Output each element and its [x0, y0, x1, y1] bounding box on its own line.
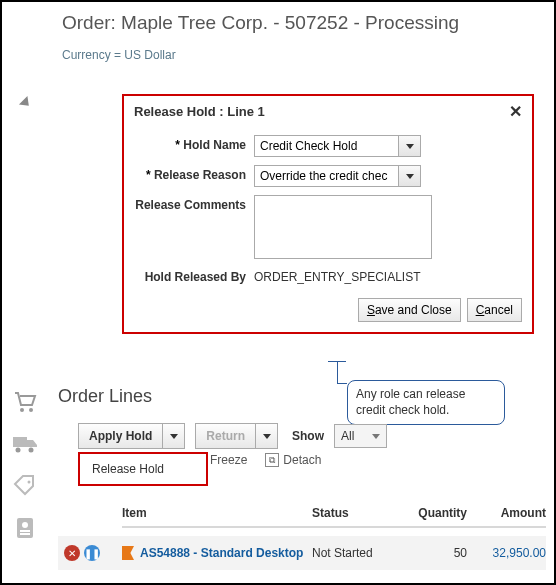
- release-reason-input[interactable]: [254, 165, 399, 187]
- release-hold-menu-item[interactable]: Release Hold: [80, 454, 206, 484]
- cancel-button[interactable]: Cancel: [467, 298, 522, 322]
- item-link[interactable]: AS54888 - Standard Desktop: [140, 546, 303, 560]
- show-select[interactable]: All: [334, 424, 387, 448]
- show-label: Show: [288, 429, 324, 443]
- remove-line-icon[interactable]: ✕: [64, 545, 80, 561]
- release-reason-label: Release Reason: [134, 165, 254, 182]
- apply-hold-dropdown[interactable]: [163, 423, 185, 449]
- col-status: Status: [312, 506, 397, 520]
- apply-hold-menu: Release Hold: [78, 452, 208, 486]
- status-cell: Not Started: [312, 546, 397, 560]
- flag-icon: [122, 546, 134, 560]
- release-reason-dropdown-button[interactable]: [399, 165, 421, 187]
- chevron-down-icon: [263, 434, 271, 439]
- chevron-down-icon: [372, 434, 380, 439]
- currency-label: Currency = US Dollar: [2, 42, 554, 68]
- hold-name-dropdown-button[interactable]: [399, 135, 421, 157]
- quantity-cell: 50: [397, 546, 467, 560]
- svg-rect-9: [20, 533, 30, 535]
- return-button: Return: [195, 423, 278, 449]
- hold-status-icon[interactable]: ❚❚: [84, 545, 100, 561]
- collapse-toggle-icon[interactable]: [19, 96, 33, 110]
- hold-name-input[interactable]: [254, 135, 399, 157]
- chevron-down-icon: [406, 144, 414, 149]
- tag-icon[interactable]: [11, 472, 39, 500]
- apply-hold-button[interactable]: Apply Hold: [78, 423, 185, 449]
- table-header: Item Status Quantity Amount: [122, 506, 546, 528]
- table-row: ✕ ❚❚ AS54888 - Standard Desktop Not Star…: [58, 536, 546, 570]
- chevron-down-icon: [406, 174, 414, 179]
- release-comments-label: Release Comments: [134, 195, 254, 212]
- svg-point-5: [28, 481, 31, 484]
- chevron-down-icon: [170, 434, 178, 439]
- amount-link[interactable]: 32,950.00: [467, 546, 546, 560]
- release-hold-dialog: Release Hold : Line 1 ✕ Hold Name Releas…: [122, 94, 534, 334]
- col-quantity: Quantity: [397, 506, 467, 520]
- order-lines-title: Order Lines: [58, 386, 152, 407]
- col-item: Item: [122, 506, 312, 520]
- released-by-value: ORDER_ENTRY_SPECIALIST: [254, 267, 421, 284]
- hold-name-label: Hold Name: [134, 135, 254, 152]
- col-amount: Amount: [467, 506, 546, 520]
- badge-icon[interactable]: [11, 514, 39, 542]
- save-and-close-button[interactable]: Save and Close: [358, 298, 461, 322]
- detach-button[interactable]: ⧉ Detach: [265, 453, 321, 467]
- page-title: Order: Maple Tree Corp. - 507252 - Proce…: [2, 2, 554, 42]
- released-by-label: Hold Released By: [134, 267, 254, 284]
- close-icon[interactable]: ✕: [509, 102, 522, 121]
- release-comments-textarea[interactable]: [254, 195, 432, 259]
- svg-point-7: [22, 522, 28, 528]
- dialog-title: Release Hold : Line 1: [134, 104, 265, 119]
- detach-icon: ⧉: [265, 453, 279, 467]
- svg-rect-8: [20, 530, 30, 532]
